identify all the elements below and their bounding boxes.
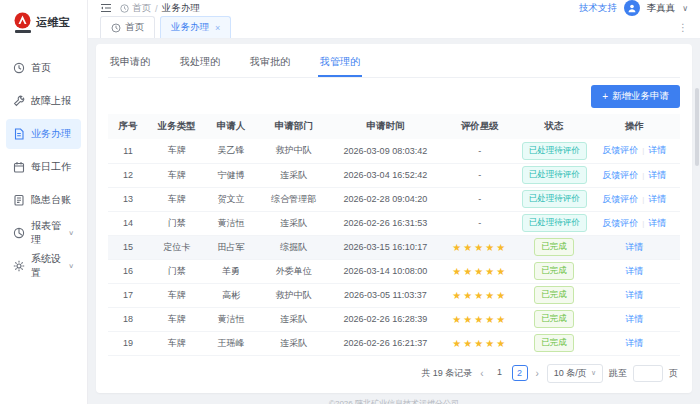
content-area: 我申请的我处理的我审批的我管理的 + 新增业务申请 序号业务类型申请人申请部门申… bbox=[88, 39, 700, 404]
chevron-down-icon[interactable]: ∨ bbox=[682, 4, 688, 13]
operations-cell: 详情 bbox=[588, 259, 680, 283]
operation-link-详情[interactable]: 详情 bbox=[625, 290, 643, 300]
filter-tab-我申请的[interactable]: 我申请的 bbox=[108, 48, 152, 77]
operation-divider: | bbox=[642, 219, 644, 228]
filter-tab-我审批的[interactable]: 我审批的 bbox=[248, 48, 292, 77]
column-header-业务类型: 业务类型 bbox=[148, 114, 205, 139]
sidebar-item-label: 故障上报 bbox=[31, 94, 71, 108]
row-number: 12 bbox=[108, 163, 148, 187]
sidebar-item-系统设置[interactable]: 系统设置∨ bbox=[6, 251, 81, 281]
logo-emblem-icon bbox=[14, 12, 31, 33]
operation-link-详情[interactable]: 详情 bbox=[648, 170, 666, 180]
row-number: 16 bbox=[108, 259, 148, 283]
operation-link-详情[interactable]: 详情 bbox=[648, 145, 666, 155]
department: 连采队 bbox=[257, 163, 331, 187]
wrench-icon bbox=[13, 95, 25, 107]
clock-icon bbox=[120, 4, 129, 13]
table-body: 11车牌吴乙锋救护中队2026-03-09 08:03:42-已处理待评价反馈评… bbox=[108, 139, 680, 355]
sidebar-item-报表管理[interactable]: 报表管理∨ bbox=[6, 218, 81, 248]
jump-page-input[interactable] bbox=[633, 365, 663, 382]
applicant: 王瑶峰 bbox=[205, 331, 256, 355]
operation-divider: | bbox=[642, 195, 644, 204]
apply-time: 2026-02-26 16:21:37 bbox=[331, 331, 440, 355]
filter-tab-我管理的[interactable]: 我管理的 bbox=[318, 48, 362, 77]
breadcrumb-home[interactable]: 首页 bbox=[120, 2, 151, 15]
filter-tab-我处理的[interactable]: 我处理的 bbox=[178, 48, 222, 77]
topbar: 首页 / 业务办理 技术支持 李真真 ∨ bbox=[88, 0, 700, 16]
operation-link-反馈评价[interactable]: 反馈评价 bbox=[602, 218, 638, 228]
pagination: 共 19 条记录 ‹ 12 › 10 条/页 ∨ 跳至 页 bbox=[108, 356, 680, 387]
row-number: 11 bbox=[108, 139, 148, 163]
user-avatar[interactable] bbox=[624, 0, 640, 16]
status-cell: 已完成 bbox=[520, 259, 589, 283]
status-badge: 已处理待评价 bbox=[522, 214, 587, 232]
total-records: 共 19 条记录 bbox=[421, 367, 472, 380]
tech-support-link[interactable]: 技术支持 bbox=[579, 2, 617, 15]
add-business-request-button[interactable]: + 新增业务申请 bbox=[591, 85, 680, 108]
department: 救护中队 bbox=[257, 139, 331, 163]
prev-page-icon[interactable]: ‹ bbox=[478, 368, 485, 379]
row-number: 18 bbox=[108, 307, 148, 331]
pie-chart-icon bbox=[13, 227, 25, 239]
column-header-申请时间: 申请时间 bbox=[331, 114, 440, 139]
rating-cell: ★★★★★ bbox=[440, 331, 520, 355]
window-tab-业务办理[interactable]: 业务办理× bbox=[160, 16, 231, 38]
app-root: 运维宝 首页故障上报业务办理每日工作隐患台账报表管理∨系统设置∨ 首页 / 业务… bbox=[0, 0, 700, 404]
operation-divider: | bbox=[642, 171, 644, 180]
tab-options-icon[interactable]: ⋮ bbox=[678, 22, 688, 33]
logo-subtext bbox=[15, 30, 31, 33]
sidebar-item-业务办理[interactable]: 业务办理 bbox=[6, 119, 81, 149]
username[interactable]: 李真真 bbox=[647, 2, 676, 15]
operations-cell: 反馈评价|详情 bbox=[588, 139, 680, 163]
applicant: 高彬 bbox=[205, 283, 256, 307]
gear-icon bbox=[13, 260, 25, 272]
close-icon[interactable]: × bbox=[215, 23, 220, 33]
sidebar-item-每日工作[interactable]: 每日工作 bbox=[6, 152, 81, 182]
chevron-down-icon: ∨ bbox=[68, 229, 74, 236]
business-type: 车牌 bbox=[148, 307, 205, 331]
status-cell: 已完成 bbox=[520, 331, 589, 355]
operations-cell: 详情 bbox=[588, 235, 680, 259]
operation-link-反馈评价[interactable]: 反馈评价 bbox=[602, 170, 638, 180]
business-type: 车牌 bbox=[148, 283, 205, 307]
table-row: 14门禁黄洁恒连采队2026-02-26 16:31:53-已处理待评价反馈评价… bbox=[108, 211, 680, 235]
column-header-申请人: 申请人 bbox=[205, 114, 256, 139]
operation-link-详情[interactable]: 详情 bbox=[625, 314, 643, 324]
applicant: 吴乙锋 bbox=[205, 139, 256, 163]
operation-link-反馈评价[interactable]: 反馈评价 bbox=[602, 194, 638, 204]
table-toolbar: + 新增业务申请 bbox=[108, 78, 680, 114]
sidebar-item-故障上报[interactable]: 故障上报 bbox=[6, 86, 81, 116]
table-row: 17车牌高彬救护中队2026-03-05 11:03:37★★★★★已完成详情 bbox=[108, 283, 680, 307]
window-tab-label: 首页 bbox=[125, 21, 144, 34]
operation-link-详情[interactable]: 详情 bbox=[625, 242, 643, 252]
operation-link-详情[interactable]: 详情 bbox=[648, 194, 666, 204]
sidebar-item-隐患台账[interactable]: 隐患台账 bbox=[6, 185, 81, 215]
breadcrumb-separator: / bbox=[155, 3, 158, 14]
sidebar-item-首页[interactable]: 首页 bbox=[6, 53, 81, 83]
chevron-down-icon: ∨ bbox=[68, 262, 74, 269]
window-tab-首页[interactable]: 首页 bbox=[100, 16, 155, 38]
business-type: 车牌 bbox=[148, 139, 205, 163]
apply-time: 2026-02-26 16:31:53 bbox=[331, 211, 440, 235]
status-cell: 已处理待评价 bbox=[520, 187, 589, 211]
page-size-select[interactable]: 10 条/页 ∨ bbox=[547, 364, 603, 383]
page-number-1[interactable]: 1 bbox=[492, 365, 508, 381]
next-page-icon[interactable]: › bbox=[534, 368, 541, 379]
page-number-2[interactable]: 2 bbox=[512, 365, 528, 381]
operation-link-反馈评价[interactable]: 反馈评价 bbox=[602, 145, 638, 155]
table-row: 19车牌王瑶峰连采队2026-02-26 16:21:37★★★★★已完成详情 bbox=[108, 331, 680, 355]
page-numbers: 12 bbox=[492, 365, 528, 381]
jump-label: 跳至 bbox=[609, 367, 627, 380]
chevron-down-icon: ∨ bbox=[591, 369, 596, 377]
operation-link-详情[interactable]: 详情 bbox=[648, 218, 666, 228]
ledger-icon bbox=[13, 194, 25, 206]
sidebar-item-label: 系统设置 bbox=[31, 252, 62, 280]
status-cell: 已完成 bbox=[520, 235, 589, 259]
table-row: 18车牌黄洁恒连采队2026-02-26 16:28:39★★★★★已完成详情 bbox=[108, 307, 680, 331]
home-clock-icon bbox=[13, 62, 25, 74]
department: 外委单位 bbox=[257, 259, 331, 283]
vertical-scrollbar[interactable] bbox=[695, 88, 699, 166]
menu-fold-icon[interactable] bbox=[100, 3, 112, 13]
operation-link-详情[interactable]: 详情 bbox=[625, 338, 643, 348]
operation-link-详情[interactable]: 详情 bbox=[625, 266, 643, 276]
